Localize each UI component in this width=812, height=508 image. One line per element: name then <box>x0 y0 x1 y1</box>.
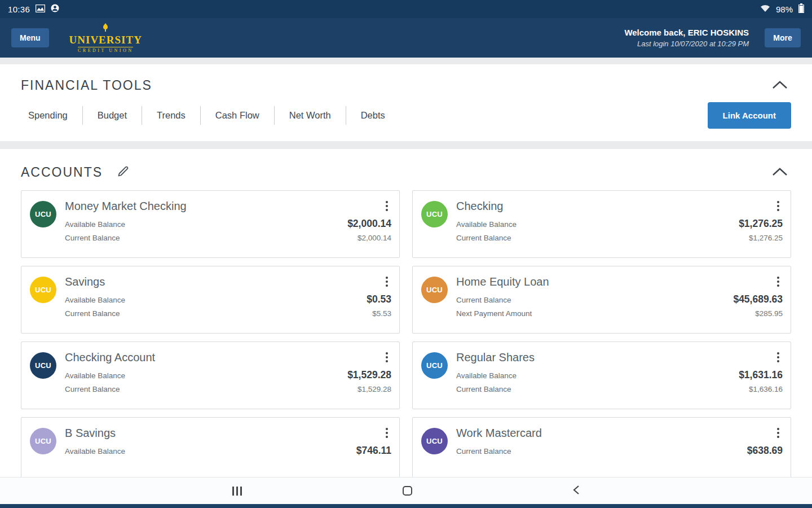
balance-value: $1,276.25 <box>749 234 783 242</box>
balance-label: Current Balance <box>456 447 511 456</box>
back-chevron-icon <box>573 485 580 497</box>
bottom-strip <box>0 504 812 508</box>
pencil-icon <box>116 172 130 180</box>
balance-value: $0.53 <box>367 294 391 305</box>
app-header: Menu UNIVERSITY CREDIT UNION Welcome bac… <box>0 18 812 58</box>
balance-label: Available Balance <box>65 296 125 304</box>
balance-value: $2,000.14 <box>358 234 391 242</box>
balance-label: Current Balance <box>65 309 120 318</box>
kebab-menu-icon[interactable] <box>774 275 783 288</box>
balance-value: $1,529.28 <box>358 385 391 393</box>
chevron-up-icon <box>772 82 788 91</box>
accounts-title: ACCOUNTS <box>21 165 103 180</box>
balance-value: $45,689.63 <box>733 294 783 305</box>
balance-label: Available Balance <box>65 220 125 229</box>
tab-net-worth[interactable]: Net Worth <box>274 106 346 125</box>
account-avatar: UCU <box>30 428 56 454</box>
balance-label: Current Balance <box>456 385 511 393</box>
kebab-menu-icon[interactable] <box>774 426 783 440</box>
account-avatar: UCU <box>421 428 448 454</box>
account-card-home-equity-loan[interactable]: UCU Home Equity Loan Current Balance $45… <box>412 266 791 334</box>
balance-label: Current Balance <box>456 234 511 242</box>
status-time: 10:36 <box>8 5 30 14</box>
kebab-menu-icon[interactable] <box>382 199 391 213</box>
tab-trends[interactable]: Trends <box>142 106 200 125</box>
account-card-b-savings[interactable]: UCU B Savings Available Balance $746.11 <box>21 417 400 485</box>
account-name: Regular Shares <box>456 351 774 364</box>
kebab-menu-icon[interactable] <box>774 351 783 364</box>
balance-label: Available Balance <box>456 371 517 380</box>
account-name: Checking <box>456 200 774 213</box>
android-nav-bar <box>0 477 812 504</box>
balance-label: Current Balance <box>456 296 511 304</box>
balance-value: $1,276.25 <box>739 218 783 230</box>
account-avatar: UCU <box>30 352 56 379</box>
edit-accounts-button[interactable] <box>115 164 131 181</box>
wifi-icon <box>760 5 770 14</box>
kebab-menu-icon[interactable] <box>382 275 391 288</box>
financial-tools-section: FINANCIAL TOOLS Spending Budget Trends C… <box>0 64 812 141</box>
kebab-menu-icon[interactable] <box>382 426 391 440</box>
screen: 10:36 98% Menu UNIVERSITY CREDIT <box>0 0 812 508</box>
account-name: Work Mastercard <box>456 427 774 440</box>
account-card-work-mastercard[interactable]: UCU Work Mastercard Current Balance $638… <box>412 417 791 485</box>
balance-label: Available Balance <box>456 220 517 229</box>
link-account-button[interactable]: Link Account <box>708 102 791 129</box>
account-avatar: UCU <box>30 277 56 303</box>
person-notification-icon <box>51 4 59 14</box>
balance-value: $746.11 <box>356 445 391 457</box>
account-card-money-market-checking[interactable]: UCU Money Market Checking Available Bala… <box>21 190 400 258</box>
menu-button[interactable]: Menu <box>11 28 49 47</box>
torch-icon <box>102 23 109 33</box>
android-status-bar: 10:36 98% <box>0 0 812 18</box>
tab-cash-flow[interactable]: Cash Flow <box>200 106 274 125</box>
balance-label: Current Balance <box>65 234 120 242</box>
account-card-savings[interactable]: UCU Savings Available Balance $0.53 Curr… <box>21 266 400 334</box>
account-card-checking[interactable]: UCU Checking Available Balance $1,276.25… <box>412 190 791 258</box>
accounts-section: ACCOUNTS UCU Money Market Checking <box>0 149 812 503</box>
kebab-menu-icon[interactable] <box>774 199 783 213</box>
financial-tools-title: FINANCIAL TOOLS <box>21 78 152 93</box>
tab-spending[interactable]: Spending <box>21 106 82 125</box>
back-button[interactable] <box>573 485 580 497</box>
balance-label: Next Payment Amount <box>456 309 532 318</box>
recents-button[interactable] <box>232 487 242 496</box>
account-avatar: UCU <box>421 277 448 303</box>
collapse-accounts-button[interactable] <box>769 165 791 180</box>
balance-label: Available Balance <box>65 371 125 380</box>
tab-debts[interactable]: Debts <box>346 106 400 125</box>
account-card-checking-account[interactable]: UCU Checking Account Available Balance $… <box>21 341 400 409</box>
logo-subtitle: CREDIT UNION <box>78 47 134 53</box>
home-button[interactable] <box>403 486 412 496</box>
balance-label: Available Balance <box>65 447 125 456</box>
welcome-text: Welcome back, ERIC HOSKINS <box>624 28 749 37</box>
status-bar-left: 10:36 <box>8 4 59 14</box>
screenshot-notification-icon <box>36 5 45 14</box>
account-name: Money Market Checking <box>65 200 382 213</box>
account-avatar: UCU <box>30 201 56 227</box>
status-bar-right: 98% <box>760 3 804 15</box>
university-credit-union-logo: UNIVERSITY CREDIT UNION <box>69 23 142 53</box>
account-name: Checking Account <box>65 351 382 364</box>
more-button[interactable]: More <box>765 28 801 47</box>
account-name: Savings <box>65 275 382 288</box>
logo-title: UNIVERSITY <box>69 34 142 45</box>
balance-value: $1,529.28 <box>347 369 391 381</box>
balance-value: $1,636.16 <box>749 385 783 393</box>
welcome-block: Welcome back, ERIC HOSKINS Last login 10… <box>624 28 749 48</box>
balance-value: $638.69 <box>747 445 783 457</box>
collapse-financial-tools-button[interactable] <box>769 78 791 93</box>
account-name: Home Equity Loan <box>456 275 774 288</box>
balance-value: $2,000.14 <box>347 218 391 230</box>
balance-label: Current Balance <box>65 385 120 393</box>
tab-budget[interactable]: Budget <box>82 106 142 125</box>
balance-value: $285.95 <box>755 309 783 318</box>
recents-icon <box>232 487 242 496</box>
account-card-regular-shares[interactable]: UCU Regular Shares Available Balance $1,… <box>412 341 791 409</box>
accounts-grid: UCU Money Market Checking Available Bala… <box>21 190 791 485</box>
balance-value: $5.53 <box>372 309 391 318</box>
account-avatar: UCU <box>421 201 448 227</box>
kebab-menu-icon[interactable] <box>382 351 391 364</box>
home-icon <box>403 486 412 496</box>
account-avatar: UCU <box>421 352 448 379</box>
